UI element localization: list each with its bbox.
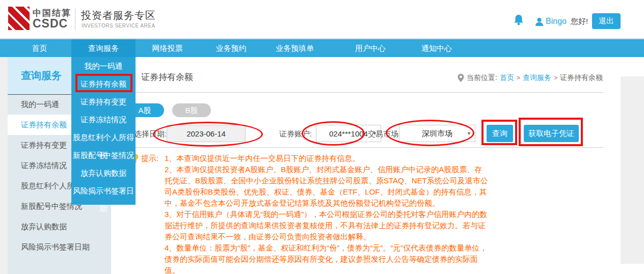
nav-item-user-center[interactable]: 用户中心 <box>338 39 403 57</box>
dropdown-item-abandon-purchase[interactable]: 放弃认购数据 <box>71 164 136 182</box>
dropdown-item-ipo-lottery[interactable]: 新股配号中签情况 <box>71 146 136 164</box>
date-input[interactable] <box>167 125 246 142</box>
breadcrumb-prefix: 当前位置: <box>467 73 497 83</box>
query-services-dropdown: 我的一码通 证券持有余额 证券持有变更 证券冻结情况 股息红利个人所得税 新股配… <box>71 57 136 205</box>
location-pin-icon <box>458 74 464 82</box>
breadcrumb: 当前位置: 首页 > 查询服务 > 证券持有余额 <box>458 73 603 83</box>
nav-item-notice-center[interactable]: 通知中心 <box>405 39 469 57</box>
tip-item-1: 1、本查询仅提供近一年内任一交易日下的证券持有信息。 <box>165 153 489 164</box>
site-subtitle: INVESTORS SERVICE AREA <box>82 23 155 29</box>
user-icon <box>535 17 544 26</box>
breadcrumb-separator: > <box>554 74 557 81</box>
tips-prefix: 提示: <box>141 153 165 164</box>
user-area[interactable]: Bingo 您好! <box>535 16 588 27</box>
market-select[interactable]: 深圳市场 ▼ <box>399 125 475 142</box>
form-divider <box>118 147 603 148</box>
get-evidence-button[interactable]: 获取电子凭证 <box>524 125 579 142</box>
breadcrumb-current: 证券持有余额 <box>560 73 603 83</box>
logo-divider <box>75 9 75 30</box>
sidebar-item-abandon-purchase[interactable]: 放弃认购数据 <box>8 216 111 237</box>
dropdown-item-my-yimatong[interactable]: 我的一码通 <box>71 57 136 75</box>
site-title: 投资者服务专区 <box>81 9 156 22</box>
nav-item-query-services[interactable]: 查询服务 <box>71 39 136 57</box>
nav-item-home[interactable]: 首页 <box>8 39 71 57</box>
user-name[interactable]: Bingo <box>546 17 567 26</box>
market-select-value: 深圳市场 <box>422 129 452 139</box>
date-label: 选择日期: <box>134 129 167 139</box>
dropdown-item-dividend-tax[interactable]: 股息红利个人所得税 <box>71 128 136 146</box>
greeting-text: 您好! <box>571 17 588 26</box>
main-nav: 首页 查询服务 网络投票 业务预约 业务预填单 用户中心 通知中心 <box>0 38 644 57</box>
dropdown-item-holding-change[interactable]: 证券持有变更 <box>71 93 136 111</box>
dropdown-item-holding-balance[interactable]: 证券持有余额 <box>71 75 136 93</box>
title-divider <box>118 92 603 93</box>
breadcrumb-separator: > <box>517 74 520 81</box>
nav-item-online-voting[interactable]: 网络投票 <box>136 39 199 57</box>
account-label: 证券账户: <box>279 129 312 139</box>
tab-b-shares[interactable]: B股 <box>172 103 211 117</box>
tip-item-2: 2、本查询仅提供投资者A股账户、B股账户、封闭式基金账户、信用账户中记录的A股股… <box>165 164 489 209</box>
dropdown-item-frozen-status[interactable]: 证券冻结情况 <box>71 111 136 128</box>
tip-item-3: 3、对于信用账户（具体请见“我的一码通”），本公司根据证券公司的委托对客户信用账… <box>165 209 489 242</box>
chevron-down-icon: ▼ <box>467 131 471 136</box>
csdc-logo-icon <box>8 7 30 30</box>
page-title: 证券持有余额 <box>141 71 193 83</box>
logo-en-text: CSDC <box>33 17 68 31</box>
sidebar-item-risk-disclosure[interactable]: 风险揭示书签署日期 <box>8 237 111 257</box>
logout-button[interactable]: 退出 <box>592 13 621 29</box>
investor-service-page: 中国结算 CSDC 投资者服务专区 INVESTORS SERVICE AREA… <box>0 0 644 274</box>
nav-item-appointment[interactable]: 业务预约 <box>199 39 263 57</box>
tip-item-4: 4、数量单位：股票为“股”，基金、权证和红利为“份”，债券为“元”。“元”仅代表… <box>165 242 489 274</box>
page-right-edge <box>621 76 644 264</box>
tips-body: 1、本查询仅提供近一年内任一交易日下的证券持有信息。 2、本查询仅提供投资者A股… <box>165 153 489 274</box>
market-label: 交易市场: <box>368 129 400 139</box>
bell-icon[interactable] <box>514 14 524 25</box>
dropdown-item-risk-disclosure[interactable]: 风险揭示书签署日期 <box>71 182 136 200</box>
breadcrumb-link-query-services[interactable]: 查询服务 <box>523 73 551 83</box>
account-select-value: 024***1004 <box>329 129 368 138</box>
breadcrumb-link-home[interactable]: 首页 <box>500 73 514 83</box>
query-button[interactable]: 查询 <box>487 125 513 142</box>
left-gutter <box>0 57 8 274</box>
tips-block: 提示: 1、本查询仅提供近一年内任一交易日下的证券持有信息。 2、本查询仅提供投… <box>131 153 493 274</box>
site-header: 中国结算 CSDC 投资者服务专区 INVESTORS SERVICE AREA… <box>0 0 644 38</box>
nav-item-prefill-form[interactable]: 业务预填单 <box>263 39 327 57</box>
